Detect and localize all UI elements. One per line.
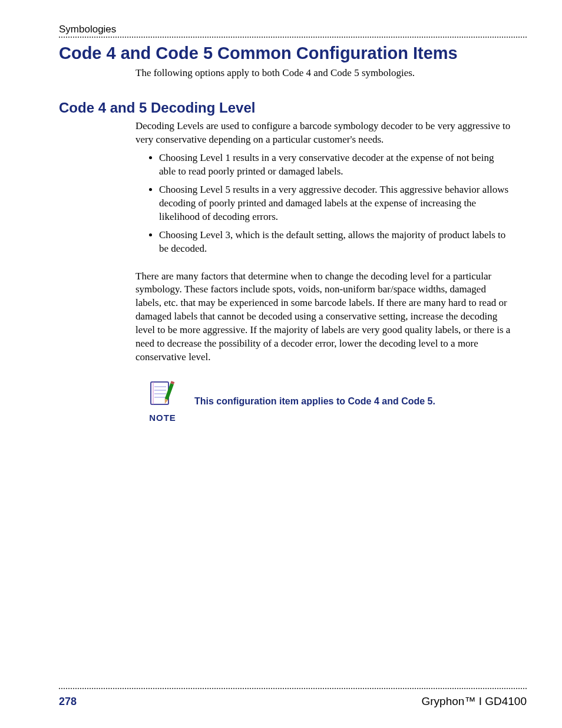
bullet-list: Choosing Level 1 results in a very conse…: [135, 151, 513, 256]
header-rule: [59, 37, 527, 38]
running-header: Symbologies: [59, 24, 527, 35]
heading-sub: Code 4 and 5 Decoding Level: [59, 100, 527, 116]
note-callout: NOTE This configuration item applies to …: [147, 380, 527, 423]
footer-rule: [59, 688, 527, 689]
bullet-item: Choosing Level 3, which is the default s…: [159, 229, 513, 256]
factors-text: There are many factors that determine wh…: [135, 270, 513, 365]
bullet-item: Choosing Level 5 results in a very aggre…: [159, 183, 513, 224]
footer: 278 Gryphon™ I GD4100: [59, 695, 527, 708]
decoding-intro-block: Decoding Levels are used to configure a …: [135, 120, 513, 147]
notepad-pencil-icon: [147, 380, 178, 410]
note-icon-column: NOTE: [147, 380, 178, 423]
note-text: This configuration item applies to Code …: [194, 396, 435, 407]
heading-main: Code 4 and Code 5 Common Configuration I…: [59, 44, 527, 63]
page: Symbologies Code 4 and Code 5 Common Con…: [0, 0, 562, 728]
bullet-item: Choosing Level 1 results in a very conse…: [159, 151, 513, 179]
intro-text: The following options apply to both Code…: [135, 67, 513, 80]
decoding-intro: Decoding Levels are used to configure a …: [135, 120, 513, 147]
product-name: Gryphon™ I GD4100: [422, 695, 527, 708]
page-number: 278: [59, 696, 77, 708]
note-label: NOTE: [149, 413, 176, 423]
factors-block: There are many factors that determine wh…: [135, 270, 513, 365]
